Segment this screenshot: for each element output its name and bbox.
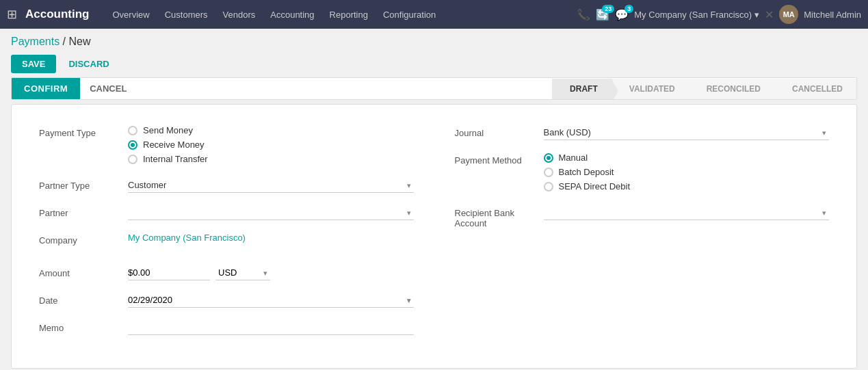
recipient-bank-select[interactable] [544, 205, 830, 220]
breadcrumb-parent[interactable]: Payments [11, 36, 60, 47]
radio-circle-sepa-direct-debit [544, 182, 553, 191]
company-selector[interactable]: My Company (San Francisco) ▾ [634, 10, 759, 20]
status-step-cancelled[interactable]: CANCELLED [774, 79, 856, 99]
recipient-bank-label: Recipient Bank Account [455, 205, 544, 228]
nav-accounting[interactable]: Accounting [263, 0, 321, 29]
partner-field [128, 205, 414, 220]
journal-label: Journal [455, 125, 544, 138]
amount-inputs: USD EUR GBP [128, 265, 414, 280]
page-wrapper: Payments / New SAVE DISCARD CONFIRM CANC… [0, 29, 868, 370]
radio-circle-send-money [128, 126, 137, 135]
radio-send-money[interactable]: Send Money [128, 125, 414, 135]
currency-wrapper: USD EUR GBP [215, 265, 270, 280]
journal-select[interactable]: Bank (USD) Cash [544, 125, 830, 140]
partner-type-select[interactable]: Customer Vendor [128, 178, 414, 193]
radio-batch-deposit[interactable]: Batch Deposit [544, 167, 830, 177]
partner-label: Partner [39, 205, 128, 218]
company-name: My Company (San Francisco) [634, 10, 752, 20]
payment-type-row: Payment Type Send Money Receive Money [39, 125, 414, 164]
radio-label-sepa-direct-debit: SEPA Direct Debit [559, 181, 631, 191]
memo-input[interactable] [128, 320, 414, 335]
radio-receive-money[interactable]: Receive Money [128, 140, 414, 150]
company-link[interactable]: My Company (San Francisco) [128, 233, 246, 243]
grid-icon[interactable]: ⊞ [7, 7, 17, 22]
radio-circle-receive-money [128, 140, 137, 150]
currency-select[interactable]: USD EUR GBP [215, 265, 270, 280]
date-label: Date [39, 293, 128, 306]
form-card: Payment Type Send Money Receive Money [11, 104, 857, 369]
refresh-icon[interactable]: 🔄 23 [596, 8, 609, 21]
nav-customers[interactable]: Customers [158, 0, 215, 29]
recipient-bank-field [544, 205, 830, 220]
amount-field: USD EUR GBP [128, 265, 414, 280]
memo-label: Memo [39, 320, 128, 333]
date-field: ▾ [128, 293, 414, 308]
journal-row: Journal Bank (USD) Cash [455, 125, 830, 144]
company-label: Company [39, 233, 128, 246]
nav-reporting[interactable]: Reporting [323, 0, 375, 29]
topnav-right: 📞 🔄 23 💬 3 My Company (San Francisco) ▾ … [577, 5, 861, 24]
breadcrumb-current: New [68, 36, 90, 47]
toolbar: SAVE DISCARD [11, 55, 857, 73]
payment-method-row: Payment Method Manual Batch Deposit S [455, 153, 830, 191]
partner-select[interactable] [128, 205, 414, 220]
status-steps: DRAFT VALIDATED RECONCILED CANCELLED [552, 78, 856, 99]
status-bar: CONFIRM CANCEL DRAFT VALIDATED RECONCILE… [11, 77, 857, 100]
discard-button[interactable]: DISCARD [62, 55, 116, 73]
status-step-validated[interactable]: VALIDATED [611, 79, 689, 99]
radio-circle-internal-transfer [128, 155, 137, 164]
confirm-button[interactable]: CONFIRM [12, 78, 80, 99]
form-right-section: Journal Bank (USD) Cash Payment Method [455, 125, 830, 347]
payment-method-field: Manual Batch Deposit SEPA Direct Debit [544, 153, 830, 191]
form-grid: Payment Type Send Money Receive Money [39, 125, 829, 347]
status-step-reconciled[interactable]: RECONCILED [689, 79, 774, 99]
breadcrumb: Payments / New [11, 36, 857, 48]
radio-label-manual: Manual [559, 153, 588, 163]
radio-sepa-direct-debit[interactable]: SEPA Direct Debit [544, 181, 830, 191]
nav-links: Overview Customers Vendors Accounting Re… [106, 0, 573, 29]
radio-manual[interactable]: Manual [544, 153, 830, 163]
form-left-section: Payment Type Send Money Receive Money [39, 125, 414, 347]
radio-label-batch-deposit: Batch Deposit [559, 167, 614, 177]
username: Mitchell Admin [804, 10, 861, 20]
status-actions: CONFIRM CANCEL [12, 78, 136, 99]
amount-label: Amount [39, 265, 128, 278]
refresh-badge: 23 [602, 5, 614, 13]
partner-row: Partner [39, 205, 414, 224]
payment-type-field: Send Money Receive Money Internal Transf… [128, 125, 414, 164]
radio-internal-transfer[interactable]: Internal Transfer [128, 154, 414, 164]
company-row: Company My Company (San Francisco) [39, 233, 414, 252]
radio-label-receive-money: Receive Money [143, 140, 205, 150]
partner-type-row: Partner Type Customer Vendor [39, 178, 414, 197]
app-brand: Accounting [25, 8, 90, 21]
status-step-draft[interactable]: DRAFT [552, 79, 611, 99]
nav-divider: ✕ [765, 8, 774, 21]
nav-overview[interactable]: Overview [106, 0, 157, 29]
amount-row: Amount USD EUR GBP [39, 265, 414, 285]
partner-type-label: Partner Type [39, 178, 128, 191]
memo-row: Memo [39, 320, 414, 339]
payment-method-label: Payment Method [455, 153, 544, 166]
company-field: My Company (San Francisco) [128, 233, 414, 243]
radio-label-send-money: Send Money [143, 125, 193, 135]
top-navigation: ⊞ Accounting Overview Customers Vendors … [0, 0, 868, 29]
save-button[interactable]: SAVE [11, 55, 56, 73]
avatar[interactable]: MA [779, 5, 798, 24]
partner-type-field: Customer Vendor [128, 178, 414, 193]
recipient-bank-row: Recipient Bank Account [455, 205, 830, 228]
chat-icon[interactable]: 💬 3 [615, 8, 629, 21]
phone-icon[interactable]: 📞 [577, 8, 590, 21]
radio-circle-manual [544, 153, 553, 163]
chevron-down-icon: ▾ [754, 10, 759, 20]
radio-circle-batch-deposit [544, 168, 553, 177]
cancel-action-button[interactable]: CANCEL [80, 78, 136, 99]
amount-input[interactable] [128, 265, 210, 280]
journal-field: Bank (USD) Cash [544, 125, 830, 140]
memo-field [128, 320, 414, 335]
chat-badge: 3 [624, 5, 633, 13]
nav-configuration[interactable]: Configuration [376, 0, 443, 29]
date-input[interactable] [128, 293, 414, 308]
nav-vendors[interactable]: Vendors [216, 0, 263, 29]
radio-label-internal-transfer: Internal Transfer [143, 154, 208, 164]
payment-type-label: Payment Type [39, 125, 128, 138]
